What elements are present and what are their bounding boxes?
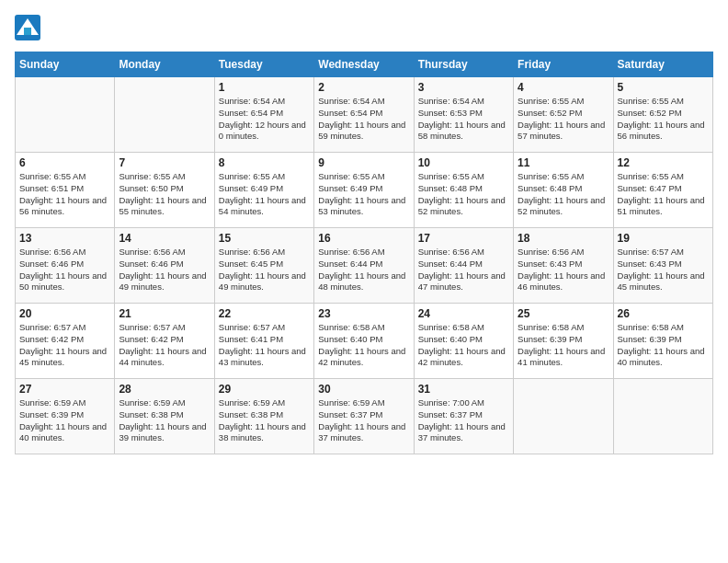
day-number: 1 bbox=[219, 81, 310, 94]
calendar-cell: 18Sunrise: 6:56 AM Sunset: 6:43 PM Dayli… bbox=[514, 228, 613, 304]
calendar-week-row: 6Sunrise: 6:55 AM Sunset: 6:51 PM Daylig… bbox=[16, 153, 713, 228]
weekday-header-cell: Friday bbox=[514, 52, 613, 77]
day-number: 12 bbox=[618, 156, 709, 169]
day-number: 27 bbox=[19, 383, 110, 396]
calendar-cell: 11Sunrise: 6:55 AM Sunset: 6:48 PM Dayli… bbox=[514, 153, 613, 228]
day-number: 24 bbox=[418, 307, 509, 320]
day-number: 30 bbox=[318, 383, 409, 396]
day-number: 19 bbox=[618, 232, 709, 245]
day-info: Sunrise: 6:56 AM Sunset: 6:44 PM Dayligh… bbox=[318, 247, 409, 293]
day-info: Sunrise: 6:55 AM Sunset: 6:52 PM Dayligh… bbox=[618, 96, 709, 143]
day-number: 23 bbox=[318, 307, 409, 320]
calendar-week-row: 13Sunrise: 6:56 AM Sunset: 6:46 PM Dayli… bbox=[16, 228, 713, 304]
calendar-cell: 25Sunrise: 6:58 AM Sunset: 6:39 PM Dayli… bbox=[514, 304, 613, 379]
day-info: Sunrise: 6:57 AM Sunset: 6:43 PM Dayligh… bbox=[618, 247, 709, 293]
day-number: 26 bbox=[618, 307, 709, 320]
day-number: 14 bbox=[119, 232, 210, 245]
calendar-cell: 9Sunrise: 6:55 AM Sunset: 6:49 PM Daylig… bbox=[314, 153, 414, 228]
day-info: Sunrise: 6:55 AM Sunset: 6:48 PM Dayligh… bbox=[418, 171, 509, 218]
calendar-cell: 22Sunrise: 6:57 AM Sunset: 6:41 PM Dayli… bbox=[214, 304, 313, 379]
day-info: Sunrise: 6:58 AM Sunset: 6:39 PM Dayligh… bbox=[618, 322, 709, 369]
calendar-cell: 21Sunrise: 6:57 AM Sunset: 6:42 PM Dayli… bbox=[115, 304, 214, 379]
day-number: 25 bbox=[518, 307, 609, 320]
calendar-cell bbox=[613, 379, 712, 454]
calendar-cell: 27Sunrise: 6:59 AM Sunset: 6:39 PM Dayli… bbox=[16, 379, 115, 454]
weekday-header-cell: Thursday bbox=[414, 52, 513, 77]
calendar-cell: 1Sunrise: 6:54 AM Sunset: 6:54 PM Daylig… bbox=[214, 77, 313, 153]
day-info: Sunrise: 6:56 AM Sunset: 6:43 PM Dayligh… bbox=[518, 247, 609, 293]
calendar-cell: 5Sunrise: 6:55 AM Sunset: 6:52 PM Daylig… bbox=[613, 77, 712, 153]
weekday-header-row: SundayMondayTuesdayWednesdayThursdayFrid… bbox=[16, 52, 713, 77]
calendar-cell: 31Sunrise: 7:00 AM Sunset: 6:37 PM Dayli… bbox=[414, 379, 513, 454]
day-number: 28 bbox=[119, 383, 210, 396]
day-info: Sunrise: 6:55 AM Sunset: 6:52 PM Dayligh… bbox=[518, 96, 609, 143]
day-info: Sunrise: 6:55 AM Sunset: 6:49 PM Dayligh… bbox=[219, 171, 310, 218]
day-info: Sunrise: 6:54 AM Sunset: 6:54 PM Dayligh… bbox=[219, 96, 310, 143]
calendar-cell: 2Sunrise: 6:54 AM Sunset: 6:54 PM Daylig… bbox=[314, 77, 414, 153]
weekday-header-cell: Saturday bbox=[613, 52, 712, 77]
logo-icon bbox=[15, 15, 40, 40]
page-header bbox=[15, 15, 713, 40]
day-info: Sunrise: 6:55 AM Sunset: 6:50 PM Dayligh… bbox=[119, 171, 210, 218]
calendar-week-row: 1Sunrise: 6:54 AM Sunset: 6:54 PM Daylig… bbox=[16, 77, 713, 153]
day-number: 31 bbox=[418, 383, 509, 396]
calendar-cell: 24Sunrise: 6:58 AM Sunset: 6:40 PM Dayli… bbox=[414, 304, 513, 379]
day-info: Sunrise: 6:56 AM Sunset: 6:46 PM Dayligh… bbox=[119, 247, 210, 293]
calendar-cell: 8Sunrise: 6:55 AM Sunset: 6:49 PM Daylig… bbox=[214, 153, 313, 228]
day-info: Sunrise: 6:59 AM Sunset: 6:38 PM Dayligh… bbox=[219, 397, 310, 444]
day-number: 29 bbox=[219, 383, 310, 396]
day-info: Sunrise: 6:58 AM Sunset: 6:40 PM Dayligh… bbox=[418, 322, 509, 369]
day-number: 15 bbox=[219, 232, 310, 245]
day-number: 13 bbox=[19, 232, 110, 245]
day-info: Sunrise: 6:57 AM Sunset: 6:41 PM Dayligh… bbox=[219, 322, 310, 369]
day-number: 11 bbox=[518, 156, 609, 169]
day-number: 9 bbox=[318, 156, 409, 169]
day-info: Sunrise: 6:59 AM Sunset: 6:39 PM Dayligh… bbox=[19, 397, 110, 444]
day-number: 6 bbox=[19, 156, 110, 169]
day-info: Sunrise: 6:59 AM Sunset: 6:38 PM Dayligh… bbox=[119, 397, 210, 444]
day-number: 4 bbox=[518, 81, 609, 94]
day-info: Sunrise: 6:57 AM Sunset: 6:42 PM Dayligh… bbox=[19, 322, 110, 369]
day-info: Sunrise: 6:56 AM Sunset: 6:44 PM Dayligh… bbox=[418, 247, 509, 293]
calendar-cell: 4Sunrise: 6:55 AM Sunset: 6:52 PM Daylig… bbox=[514, 77, 613, 153]
calendar-cell: 14Sunrise: 6:56 AM Sunset: 6:46 PM Dayli… bbox=[115, 228, 214, 304]
day-number: 3 bbox=[418, 81, 509, 94]
day-info: Sunrise: 6:56 AM Sunset: 6:45 PM Dayligh… bbox=[219, 247, 310, 293]
day-info: Sunrise: 7:00 AM Sunset: 6:37 PM Dayligh… bbox=[418, 397, 509, 444]
calendar-cell: 7Sunrise: 6:55 AM Sunset: 6:50 PM Daylig… bbox=[115, 153, 214, 228]
calendar-cell bbox=[16, 77, 115, 153]
weekday-header-cell: Tuesday bbox=[214, 52, 313, 77]
day-info: Sunrise: 6:58 AM Sunset: 6:40 PM Dayligh… bbox=[318, 322, 409, 369]
day-info: Sunrise: 6:55 AM Sunset: 6:47 PM Dayligh… bbox=[618, 171, 709, 218]
day-number: 7 bbox=[119, 156, 210, 169]
day-info: Sunrise: 6:55 AM Sunset: 6:48 PM Dayligh… bbox=[518, 171, 609, 218]
calendar-cell: 19Sunrise: 6:57 AM Sunset: 6:43 PM Dayli… bbox=[613, 228, 712, 304]
day-number: 18 bbox=[518, 232, 609, 245]
calendar-cell: 13Sunrise: 6:56 AM Sunset: 6:46 PM Dayli… bbox=[16, 228, 115, 304]
day-number: 8 bbox=[219, 156, 310, 169]
calendar-cell: 30Sunrise: 6:59 AM Sunset: 6:37 PM Dayli… bbox=[314, 379, 414, 454]
day-info: Sunrise: 6:58 AM Sunset: 6:39 PM Dayligh… bbox=[518, 322, 609, 369]
weekday-header-cell: Monday bbox=[115, 52, 214, 77]
logo bbox=[15, 15, 42, 40]
day-info: Sunrise: 6:55 AM Sunset: 6:49 PM Dayligh… bbox=[318, 171, 409, 218]
calendar-week-row: 27Sunrise: 6:59 AM Sunset: 6:39 PM Dayli… bbox=[16, 379, 713, 454]
day-number: 17 bbox=[418, 232, 509, 245]
calendar-cell: 6Sunrise: 6:55 AM Sunset: 6:51 PM Daylig… bbox=[16, 153, 115, 228]
calendar-cell: 23Sunrise: 6:58 AM Sunset: 6:40 PM Dayli… bbox=[314, 304, 414, 379]
calendar-cell: 17Sunrise: 6:56 AM Sunset: 6:44 PM Dayli… bbox=[414, 228, 513, 304]
calendar-cell bbox=[115, 77, 214, 153]
day-number: 20 bbox=[19, 307, 110, 320]
calendar-cell: 26Sunrise: 6:58 AM Sunset: 6:39 PM Dayli… bbox=[613, 304, 712, 379]
day-info: Sunrise: 6:57 AM Sunset: 6:42 PM Dayligh… bbox=[119, 322, 210, 369]
svg-rect-2 bbox=[24, 28, 31, 35]
weekday-header-cell: Sunday bbox=[16, 52, 115, 77]
day-number: 10 bbox=[418, 156, 509, 169]
day-info: Sunrise: 6:54 AM Sunset: 6:54 PM Dayligh… bbox=[318, 96, 409, 143]
day-info: Sunrise: 6:55 AM Sunset: 6:51 PM Dayligh… bbox=[19, 171, 110, 218]
day-number: 2 bbox=[318, 81, 409, 94]
day-number: 16 bbox=[318, 232, 409, 245]
calendar-cell: 12Sunrise: 6:55 AM Sunset: 6:47 PM Dayli… bbox=[613, 153, 712, 228]
calendar-cell: 15Sunrise: 6:56 AM Sunset: 6:45 PM Dayli… bbox=[214, 228, 313, 304]
day-number: 21 bbox=[119, 307, 210, 320]
